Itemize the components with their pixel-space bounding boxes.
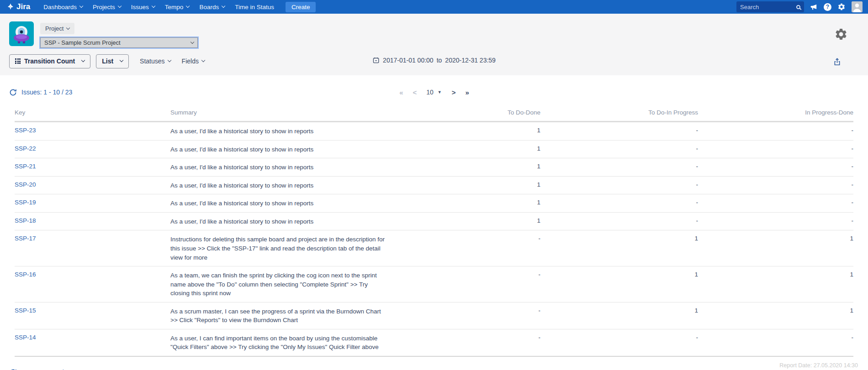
chevron-down-icon	[81, 58, 85, 62]
last-page-button[interactable]: »	[466, 369, 469, 370]
column-header-key: Key	[15, 105, 170, 122]
todo-done-value: 1	[537, 145, 540, 152]
next-page-button[interactable]: >	[452, 89, 455, 96]
table-row: SSP-17 Instructions for deleting this sa…	[15, 230, 853, 266]
issue-key-link[interactable]: SSP-20	[15, 181, 36, 188]
todo-inprogress-value: -	[696, 163, 699, 170]
issue-key-link[interactable]: SSP-23	[15, 127, 36, 134]
date-range-picker[interactable]: 2017-01-01 00:00 to 2020-12-31 23:59	[372, 57, 496, 64]
view-type-button[interactable]: List	[96, 54, 129, 68]
issue-key-link[interactable]: SSP-18	[15, 217, 36, 224]
date-to: 2020-12-31 23:59	[445, 57, 496, 64]
prev-page-button[interactable]: <	[413, 89, 416, 96]
scope-selector-button[interactable]: Project	[40, 23, 74, 34]
megaphone-icon[interactable]	[810, 3, 818, 11]
issue-summary: As a user, I'd like a historical story t…	[170, 163, 386, 172]
todo-inprogress-value: -	[696, 127, 699, 134]
todo-inprogress-value: -	[696, 199, 699, 206]
issue-summary: As a user, I'd like a historical story t…	[170, 199, 386, 208]
todo-inprogress-value: -	[696, 145, 699, 152]
nav-item-time-in-status[interactable]: Time in Status	[235, 4, 274, 10]
table-row: SSP-18 As a user, I'd like a historical …	[15, 212, 853, 230]
chevron-down-icon	[120, 58, 123, 62]
inprogress-done-value: 1	[850, 271, 853, 278]
nav-item-issues[interactable]: Issues	[131, 4, 155, 10]
table-row: SSP-22 As a user, I'd like a historical …	[15, 140, 853, 158]
first-page-button[interactable]: «	[399, 369, 402, 370]
report-toolbar: Transition Count List Statuses Fields 20…	[0, 52, 868, 75]
issue-key-link[interactable]: SSP-17	[15, 235, 36, 242]
search-input[interactable]	[740, 4, 796, 10]
create-button[interactable]: Create	[286, 2, 316, 12]
issues-toolbar: Issues: 1 - 10 / 23 « < 10 ▼ > »	[0, 82, 868, 103]
issue-summary: As a user, I'd like a historical story t…	[170, 127, 386, 136]
issue-summary: As a scrum master, I can see the progres…	[170, 307, 386, 325]
inprogress-done-value: -	[852, 334, 854, 341]
export-icon[interactable]	[833, 57, 842, 67]
issue-key-link[interactable]: SSP-16	[15, 271, 36, 278]
issues-table-body: SSP-23 As a user, I'd like a historical …	[15, 122, 853, 357]
footer-bar: Issues: 1 - 10 / 23 « < 10 ▼ > » Report …	[0, 360, 868, 370]
gear-icon[interactable]	[837, 3, 846, 11]
chevron-down-icon	[191, 40, 194, 43]
pagination: « < 10 ▼ > »	[399, 369, 469, 370]
issue-key-link[interactable]: SSP-14	[15, 334, 36, 341]
page-size-select[interactable]: 10 ▼	[426, 89, 442, 96]
project-select[interactable]: SSP - Sample Scrum Project	[40, 37, 198, 48]
table-row: SSP-23 As a user, I'd like a historical …	[15, 122, 853, 141]
table-row: SSP-14 As a user, I can find important i…	[15, 329, 853, 356]
prev-page-button[interactable]: <	[413, 369, 416, 370]
table-row: SSP-19 As a user, I'd like a historical …	[15, 194, 853, 213]
report-type-button[interactable]: Transition Count	[9, 54, 90, 68]
date-to-word: to	[437, 57, 442, 64]
project-avatar	[9, 21, 34, 46]
refresh-icon[interactable]	[9, 369, 17, 370]
project-select-value: SSP - Sample Scrum Project	[44, 39, 121, 46]
chevron-down-icon	[152, 4, 155, 8]
report-settings-gear-icon[interactable]	[834, 27, 848, 41]
grid-icon	[15, 58, 21, 64]
chevron-down-icon	[118, 4, 122, 8]
nav-item-boards[interactable]: Boards	[199, 4, 225, 10]
first-page-button[interactable]: «	[399, 89, 402, 96]
inprogress-done-value: -	[852, 217, 854, 224]
nav-item-dashboards[interactable]: Dashboards	[43, 4, 83, 10]
last-page-button[interactable]: »	[466, 89, 469, 96]
chevron-down-icon	[186, 4, 190, 8]
nav-item-projects[interactable]: Projects	[93, 4, 121, 10]
project-header: Project SSP - Sample Scrum Project	[0, 14, 868, 52]
issue-summary: Instructions for deleting this sample bo…	[170, 235, 386, 262]
todo-inprogress-value: -	[696, 217, 699, 224]
nav-item-tempo[interactable]: Tempo	[165, 4, 190, 10]
todo-done-value: -	[539, 271, 541, 278]
issues-table: Key Summary To Do-Done To Do-In Progress…	[15, 105, 853, 357]
refresh-icon[interactable]	[9, 89, 17, 96]
issue-key-link[interactable]: SSP-22	[15, 145, 36, 152]
issue-summary: As a user, I'd like a historical story t…	[170, 181, 386, 190]
inprogress-done-value: 1	[850, 235, 853, 242]
issues-count-label: Issues: 1 - 10 / 23	[21, 89, 72, 96]
issue-key-link[interactable]: SSP-15	[15, 307, 36, 314]
table-row: SSP-15 As a scrum master, I can see the …	[15, 302, 853, 329]
pagination: « < 10 ▼ > »	[399, 89, 469, 96]
issue-key-link[interactable]: SSP-19	[15, 199, 36, 206]
jira-logo[interactable]: Jira	[6, 2, 30, 11]
help-icon[interactable]: ?	[824, 3, 831, 11]
search-icon[interactable]	[796, 5, 800, 9]
table-header-row: Key Summary To Do-Done To Do-In Progress…	[15, 105, 853, 122]
column-header-summary: Summary	[170, 105, 390, 122]
todo-done-value: 1	[537, 217, 540, 224]
inprogress-done-value: 1	[850, 307, 853, 314]
chevron-down-icon	[79, 4, 83, 8]
issue-key-link[interactable]: SSP-21	[15, 163, 36, 170]
statuses-dropdown[interactable]: Statuses	[140, 57, 170, 65]
user-avatar[interactable]	[852, 1, 863, 12]
todo-inprogress-value: 1	[694, 307, 698, 314]
table-row: SSP-20 As a user, I'd like a historical …	[15, 176, 853, 194]
todo-done-value: -	[539, 334, 541, 341]
inprogress-done-value: -	[852, 145, 854, 152]
inprogress-done-value: -	[852, 199, 854, 206]
next-page-button[interactable]: >	[452, 369, 455, 370]
chevron-down-icon	[222, 4, 225, 8]
fields-dropdown[interactable]: Fields	[182, 57, 205, 65]
